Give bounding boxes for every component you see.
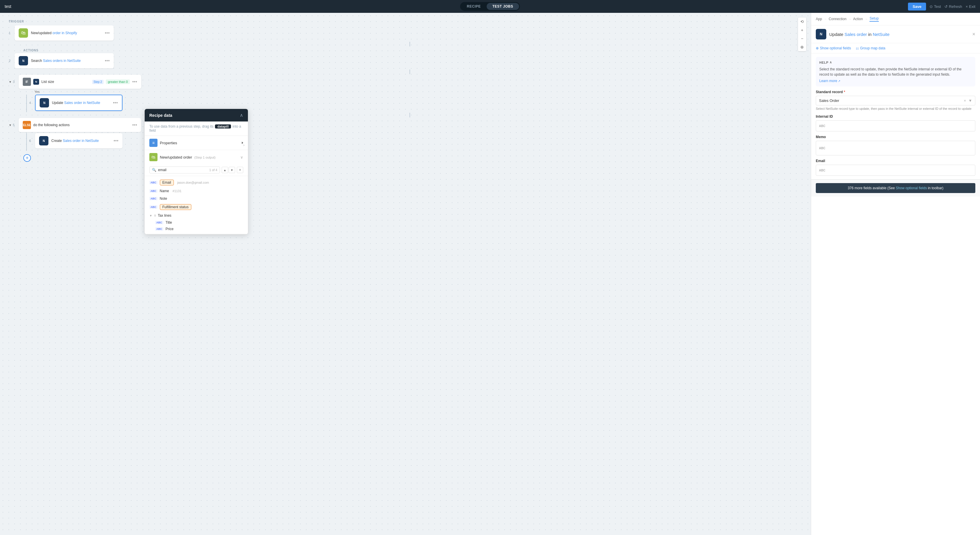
standard-record-field: Standard record * Sales Order × ▼ Select… [811,90,980,115]
email-label: Email [816,159,975,163]
tax-price-item[interactable]: ABC Price [145,226,248,232]
step-3-more[interactable]: ••• [132,79,137,85]
crumb-action[interactable]: Action [853,17,863,21]
test-button[interactable]: ⊙ Test [929,5,941,9]
help-label: HELP ∧ [819,61,972,64]
step-3-row: ▼ 3 IF N List size Step 2 greater than 0… [9,75,802,89]
recipe-canvas[interactable]: ⟲ + − ⊕ TRIGGER 1 🛍 New/updated order in… [0,13,811,535]
email-field: Email ABC [811,159,980,179]
internal-id-input[interactable]: ABC [816,120,975,131]
add-step-button[interactable]: + [23,154,31,162]
tab-recipe[interactable]: RECIPE [461,3,487,10]
dropdown-arrow: ▼ [968,98,972,103]
topbar: test RECIPE TEST JOBS Save ⊙ Test ↺ Refr… [0,0,980,13]
optional-fields-icon: ⊕ [816,46,819,50]
data-item-name[interactable]: ABC Name #1131 [145,187,248,195]
properties-section: ≡ Properties › [145,136,248,150]
refresh-button[interactable]: ↺ Refresh [944,5,962,9]
recipe-panel-collapse[interactable]: ∧ [240,112,243,118]
tax-title-item[interactable]: ABC Title [145,219,248,226]
step-2-text: Search Sales orders in NetSuite [31,59,102,63]
help-section: HELP ∧ Select the standard record to upd… [816,57,975,86]
step-5-toggle[interactable]: ▼ [9,123,13,127]
properties-chevron: › [242,142,243,144]
step-2-card[interactable]: N Search Sales orders in NetSuite ••• [14,53,114,68]
learn-more-link[interactable]: Learn more ↗ [819,79,840,83]
search-prev-button[interactable]: ▲ [222,167,228,173]
connector-3 [18,113,802,117]
step2-badge: Step 2 [92,80,103,84]
step-2-row: 2 N Search Sales orders in NetSuite ••• [9,53,802,68]
email-chip: Email [160,180,174,185]
show-optional-link[interactable]: Show optional fields [896,186,927,190]
step-2-num: 2 [9,59,14,62]
help-collapse[interactable]: ∧ [829,61,832,64]
tax-lines-section[interactable]: ▼ ≡ Tax lines [145,212,248,219]
no-branch-line [26,133,27,151]
no-branch: 6 N Create Sales order in NetSuite ••• [26,133,802,151]
clear-select-icon[interactable]: × [964,98,966,103]
step-5-card[interactable]: ELSE do the following actions ••• [19,118,141,132]
panel-scroll[interactable]: HELP ∧ Select the standard record to upd… [811,53,980,535]
data-item-note[interactable]: ABC Note [145,195,248,202]
step-6-num: 6 [29,139,35,142]
step-6-text: Create Sales order in NetSuite [51,139,111,143]
exit-button[interactable]: × Exit [966,5,975,9]
panel-header-text: Update Sales order in NetSuite [829,32,969,37]
group-map-icon: ⚏ [856,46,859,50]
required-star: * [844,90,845,94]
step-4-card[interactable]: N Update Sales order in NetSuite ••• [35,94,123,111]
test-icon: ⊙ [929,5,933,9]
memo-input[interactable]: ABC [816,141,975,155]
search-count: 1 of 4 [209,168,217,172]
group-map-button[interactable]: ⚏ Group map data [856,46,886,50]
step-1-more[interactable]: ••• [105,30,110,36]
tab-toggle-group: RECIPE TEST JOBS [460,2,520,11]
step-5-more[interactable]: ••• [132,122,137,128]
topbar-right: Save ⊙ Test ↺ Refresh × Exit [908,3,975,11]
data-item-email[interactable]: ABC Email jason.doe@gmail.com [145,178,248,187]
step-3-card[interactable]: IF N List size Step 2 greater than 0 ••• [19,75,141,89]
abc-badge-fulfillment: ABC [150,205,158,209]
sales-order-link[interactable]: Sales order [845,32,867,37]
actions-label: ACTIONS [23,49,802,52]
show-optional-fields-button[interactable]: ⊕ Show optional fields [816,46,851,50]
netsuite-link[interactable]: NetSuite [873,32,889,37]
standard-record-select[interactable]: Sales Order × ▼ [816,96,975,105]
tab-test-jobs[interactable]: TEST JOBS [487,3,519,10]
panel-close-button[interactable]: × [972,31,975,37]
step-5-num: 5 [13,123,19,127]
search-next-button[interactable]: ▼ [229,167,235,173]
recipe-search-input[interactable] [158,168,207,172]
search-clear-button[interactable]: × [237,167,243,173]
save-button[interactable]: Save [908,3,926,11]
search-inner: 🔍 1 of 4 [150,166,220,174]
external-link-icon: ↗ [838,80,840,83]
crumb-connection[interactable]: Connection [829,17,846,21]
step-4-row: 4 N Update Sales order in NetSuite ••• [29,94,123,111]
crumb-app[interactable]: App [816,17,822,21]
step-6-card[interactable]: N Create Sales order in NetSuite ••• [35,133,123,149]
fulfillment-chip: Fulfillment status [160,204,191,210]
step-6-more[interactable]: ••• [113,138,118,144]
properties-header[interactable]: ≡ Properties › [145,136,248,150]
connector-1 [18,42,802,46]
step-1-card[interactable]: 🛍 New/updated order in Shopify ••• [14,26,114,41]
search-icon: 🔍 [152,168,156,172]
abc-badge-title: ABC [155,221,163,224]
abc-badge-note: ABC [150,197,158,200]
step-4-link: Sales order in NetSuite [64,101,100,105]
trigger-label: TRIGGER [9,20,802,23]
else-icon: ELSE [23,121,31,129]
data-item-fulfillment[interactable]: ABC Fulfillment status [145,202,248,212]
step-4-more[interactable]: ••• [113,100,118,105]
shopify-section-header[interactable]: 🛍 New/updated order (Step 1 output) ∨ [145,150,248,164]
step-3-toggle[interactable]: ▼ [9,80,13,83]
tax-list-icon: ≡ [154,214,156,217]
recipe-panel-header: Recipe data ∧ [145,109,248,121]
panel-header: N Update Sales order in NetSuite × [811,26,980,43]
email-input[interactable]: ABC [816,165,975,176]
panel-footer: 376 more fields available (See Show opti… [811,179,980,196]
crumb-setup[interactable]: Setup [869,16,878,22]
step-2-more[interactable]: ••• [105,58,110,63]
